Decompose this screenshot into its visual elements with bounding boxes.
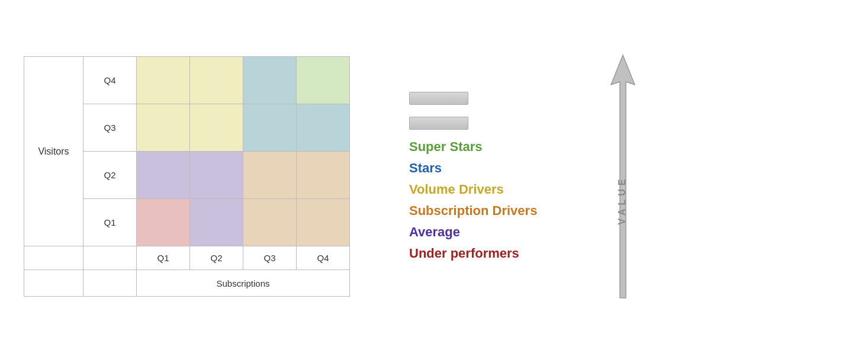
sub-empty2 [83, 270, 137, 297]
value-arrow: VALUE [608, 52, 638, 301]
col-empty-cell [24, 246, 83, 270]
col-label-q3: Q3 [243, 246, 297, 270]
legend-super-stars: Super Stars [409, 139, 537, 155]
cell-q3-q3 [243, 104, 297, 152]
cell-q4-q2 [190, 57, 243, 104]
col-label-q1: Q1 [137, 246, 190, 270]
value-arrow-container: VALUE [608, 46, 638, 307]
main-container: Visitors Q4 Q3 Q2 [24, 46, 844, 307]
cell-q3-q1 [137, 104, 190, 152]
cell-q1-q4 [297, 199, 350, 246]
table-row: Visitors Q4 [24, 57, 350, 104]
svg-text:VALUE: VALUE [618, 175, 628, 224]
legend-subscription-drivers: Subscription Drivers [409, 203, 537, 219]
col-empty-cell2 [83, 246, 137, 270]
col-label-q2: Q2 [190, 246, 243, 270]
legend-bar-high [409, 92, 468, 105]
legend-stars: Stars [409, 161, 537, 176]
row-label-q4: Q4 [83, 57, 137, 104]
matrix-table: Visitors Q4 Q3 Q2 [24, 56, 350, 297]
legend-container: Super Stars Stars Volume Drivers Subscri… [409, 92, 537, 261]
subscriptions-row: Subscriptions [24, 270, 350, 297]
cell-q2-q4 [297, 152, 350, 199]
cell-q1-q2 [190, 199, 243, 246]
subscriptions-label: Subscriptions [137, 270, 350, 297]
cell-q2-q2 [190, 152, 243, 199]
cell-q1-q3 [243, 199, 297, 246]
cell-q4-q1 [137, 57, 190, 104]
cell-q2-q1 [137, 152, 190, 199]
legend-bar-low [409, 117, 468, 130]
row-label-q2: Q2 [83, 152, 137, 199]
sub-empty [24, 270, 83, 297]
cell-q1-q1 [137, 199, 190, 246]
cell-q3-q2 [190, 104, 243, 152]
legend-volume-drivers: Volume Drivers [409, 182, 537, 197]
legend-average: Average [409, 224, 537, 240]
row-label-q3: Q3 [83, 104, 137, 152]
col-label-q4: Q4 [297, 246, 350, 270]
visitors-label: Visitors [24, 57, 83, 246]
cell-q4-q3 [243, 57, 297, 104]
legend-under-performers: Under performers [409, 246, 537, 261]
legend-items: Super Stars Stars Volume Drivers Subscri… [409, 139, 537, 261]
matrix-wrapper: Visitors Q4 Q3 Q2 [24, 56, 350, 297]
cell-q3-q4 [297, 104, 350, 152]
cell-q4-q4 [297, 57, 350, 104]
col-labels-row: Q1 Q2 Q3 Q4 [24, 246, 350, 270]
legend-icons [409, 92, 537, 130]
cell-q2-q3 [243, 152, 297, 199]
row-label-q1: Q1 [83, 199, 137, 246]
